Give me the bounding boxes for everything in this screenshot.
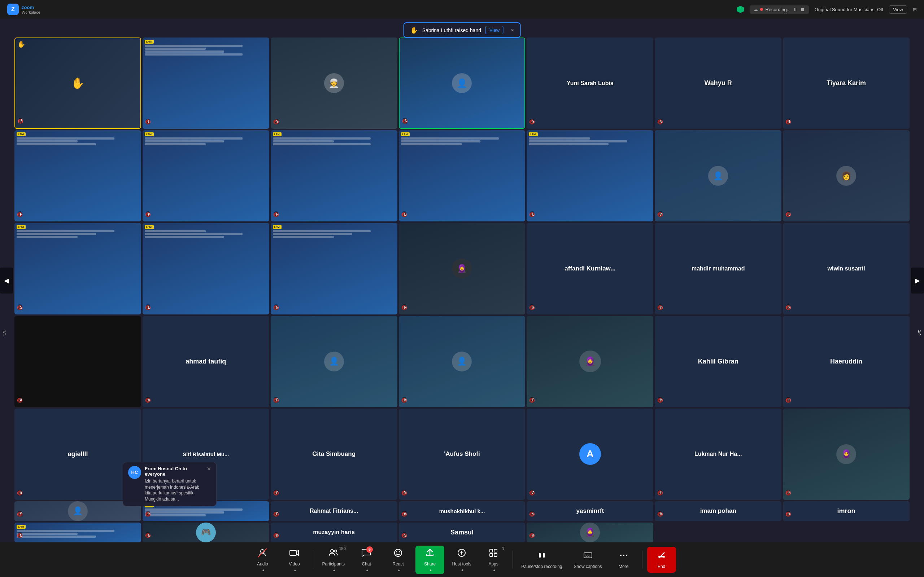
audio-icon (257, 548, 267, 560)
video-cell-reza[interactable]: LPMI 🎤 UNS_Reza Sukma Nugraha (142, 37, 269, 129)
next-page-button[interactable]: ▶ (911, 268, 924, 293)
video-button[interactable]: Video ▲ (280, 546, 309, 574)
participants-count: 150 (339, 546, 346, 551)
video-cell-tiyara[interactable]: Tiyara Karim 🎤 Tiyara Karim (783, 37, 909, 129)
apps-button[interactable]: 1 Apps ▲ (479, 546, 508, 574)
participants-button[interactable]: 150 Participants ▲ (318, 546, 349, 574)
participant-name: Rifqi Ali_Lombok (274, 397, 278, 403)
avatar: A (579, 443, 601, 465)
video-cell-yusuf[interactable]: 👳 🎤 Yusuf Haikal (271, 37, 397, 129)
chat-button[interactable]: 6 Chat ▲ (352, 546, 381, 574)
video-icon (289, 548, 299, 560)
share-arrow-icon[interactable]: ▲ (429, 568, 432, 572)
raised-hand-close-icon[interactable]: × (511, 27, 514, 34)
participant-name: Ahmad Zainuri (530, 490, 534, 495)
participant-name: mushokhikhul khasanah (402, 511, 406, 517)
video-cell-mario[interactable]: LPMI 🎤 Mario Elfando (15, 522, 141, 542)
video-cell-mahdir[interactable]: mahdir muhammad 🎤 mahdir muhammad (655, 223, 782, 314)
more-icon (619, 550, 629, 562)
video-cell-muzayyin[interactable]: muzayyin haris 🎤 muzayyin haris (271, 522, 397, 542)
audio-button[interactable]: Audio ▲ (248, 546, 277, 574)
video-cell-ibnu[interactable]: LPMI 🎤 M Ibnu Pamungkas (271, 223, 397, 314)
participants-icon: 150 (328, 548, 339, 560)
video-cell-misbahudin[interactable]: LPMI 🎤 B. Misbahudin_SMKN 1 Song... (142, 223, 269, 314)
audio-label: Audio (257, 561, 268, 567)
video-cell-farhan[interactable]: 👤 🎤 MC_Farhan Narda Satria (399, 37, 525, 129)
react-arrow-icon[interactable]: ▲ (397, 568, 401, 572)
video-cell-wahyu[interactable]: Wahyu R 🎤 Wahyu R (655, 37, 782, 129)
video-cell-wiwin[interactable]: wiwin susanti 🎤 wiwin susanti (783, 223, 909, 314)
video-cell-ahmad[interactable]: ahmad taufiq 🎤 ahmad taufiq (142, 316, 269, 407)
zoom-logo-text: zoom Workplace (22, 5, 40, 15)
captions-icon: CC (583, 550, 593, 562)
grid-icon: ⊞ (913, 7, 917, 12)
video-cell-azhar[interactable]: 👤 🎤 Azhar Amir Zaen (655, 130, 782, 221)
video-cell-musho[interactable]: mushokhikhul k... 🎤 mushokhikhul khasana… (399, 501, 525, 521)
host-tools-arrow-icon[interactable]: ▲ (460, 568, 464, 572)
host-tools-label: Host tools (452, 561, 471, 567)
participant-name: Wahyu R (658, 119, 662, 124)
video-cell-zainuri[interactable]: A 🎤 Ahmad Zainuri (527, 409, 653, 500)
video-cell-imam[interactable]: imam pohan 🎤 imam pohan (655, 501, 782, 521)
video-cell-lailatun[interactable]: LPMI 🎤 Lailatun Ni'mah (527, 130, 653, 221)
video-cell-haekal[interactable]: LPMI 🎤 Haekal Abdun_MTsN 2 Bondo... (15, 130, 141, 221)
video-cell-agiel[interactable]: agiellll 🎤 agiellll (15, 409, 141, 500)
video-cell-affandi[interactable]: affandi Kurniaw... 🎤 affandi Kurniawan (527, 223, 653, 314)
video-cell-hanifah[interactable]: 🧕 🎤 Hanifah Nuraini (399, 223, 525, 314)
share-label: Share (424, 561, 436, 567)
video-arrow-icon[interactable]: ▲ (293, 568, 297, 572)
raised-hand-message: Sabrina Luthfi raised hand (422, 27, 481, 33)
end-button[interactable]: End (647, 547, 676, 573)
svg-rect-2 (290, 550, 296, 555)
raised-hand-view-button[interactable]: View (485, 26, 504, 34)
video-cell-haeruddin[interactable]: Haeruddin 🎤 Haeruddin (783, 316, 909, 407)
participants-arrow-icon[interactable]: ▲ (333, 568, 336, 572)
chat-close-icon[interactable]: ✕ (207, 466, 211, 472)
apps-arrow-icon[interactable]: ▲ (492, 568, 496, 572)
svg-text:CC: CC (585, 554, 590, 558)
video-cell-samsul[interactable]: Samsul 🎤 Samsul (399, 522, 525, 542)
video-cell-rifqi[interactable]: 👤 🎤 Rifqi Ali_Lombok (271, 316, 397, 407)
prev-page-button[interactable]: ◀ (0, 268, 13, 293)
react-button[interactable]: React ▲ (384, 546, 412, 574)
video-cell-sukma[interactable]: 👩 🎤 UNS_Sukma Ayu (783, 130, 909, 221)
video-cell-kartika[interactable]: LPMI 🎤 Kartika Ratnasari (142, 130, 269, 221)
video-cell-aufus[interactable]: 'Aufus Shofi 🎤 'Aufus Shofi (399, 409, 525, 500)
video-cell-sandi[interactable]: 👤 🎤 Sandi Heryana (15, 501, 141, 521)
video-cell-azka[interactable]: 🎤 Azka Halimah (15, 316, 141, 407)
video-cell-gita[interactable]: Gita Simbuang 🎤 Gita Simbuang (271, 409, 397, 500)
react-icon (393, 548, 403, 560)
participant-name: Samsul (402, 532, 406, 538)
video-cell-basyariah[interactable]: LPMI 🎤 Basyariah, S. Ag., M. Pd. I (399, 130, 525, 221)
more-button[interactable]: More (609, 548, 638, 571)
video-cell-saras[interactable]: LPMI 🎤 Saras (15, 223, 141, 314)
participant-name: Saras (18, 305, 22, 310)
video-cell-faqih[interactable]: 👤 🎤 KP - FAQIH MAULANA (399, 316, 525, 407)
video-cell-alays[interactable]: 🧕 🎤 alays1 mashur (527, 522, 653, 542)
chat-arrow-icon[interactable]: ▲ (365, 568, 369, 572)
participant-name: yasminrft (530, 511, 534, 517)
video-cell-fitri[interactable]: 🧕 🎤 Fitri Nabilatul Islamiyah MAM... (527, 316, 653, 407)
video-cell-nabila[interactable]: 🧕 🎤 Nabila nur Fauziah (783, 409, 909, 500)
audio-arrow-icon[interactable]: ▲ (261, 568, 265, 572)
share-button[interactable]: Share ▲ (415, 546, 444, 574)
host-tools-button[interactable]: Host tools ▲ (447, 546, 476, 574)
video-cell-khalifi[interactable]: 🎮 🎤 Moh. Khalifi (142, 522, 269, 542)
video-cell-yuni[interactable]: Yuni Sarah Lubis 🎤 Yuni Sarah Lubis (527, 37, 653, 129)
participant-name: Tiyara Karim (787, 119, 790, 124)
video-cell-sabrina[interactable]: ✋ ✋ 🎤 Sabrina Luthfi (15, 37, 141, 129)
video-cell-imron[interactable]: imron 🎤 imron (783, 501, 909, 521)
apps-icon: 1 (488, 548, 498, 560)
captions-button[interactable]: CC Show captions (570, 548, 606, 571)
video-cell-rahmat[interactable]: Rahmat Fitrians... 🎤 Rahmat Fitriansyah (271, 501, 397, 521)
view-button[interactable]: View (889, 5, 907, 14)
video-cell-pnj[interactable]: LPMI 🎤 PNJ_Mochamad Nuruz Zaman (271, 130, 397, 221)
security-shield-icon (737, 6, 744, 13)
zoom-logo: Z zoom Workplace (7, 3, 40, 15)
recording-button[interactable]: Pause/stop recording (517, 548, 566, 571)
video-cell-yasmin[interactable]: yasminrft 🎤 yasminrft (527, 501, 653, 521)
participant-name: Haeruddin (787, 397, 790, 403)
video-cell-kahlil[interactable]: Kahlil Gibran 🎤 Kahlil Gibran (655, 316, 782, 407)
video-cell-lukman[interactable]: Lukman Nur Ha... 🎤 Lukman Nur Hakim (655, 409, 782, 500)
participant-name: agiellll (18, 490, 22, 495)
